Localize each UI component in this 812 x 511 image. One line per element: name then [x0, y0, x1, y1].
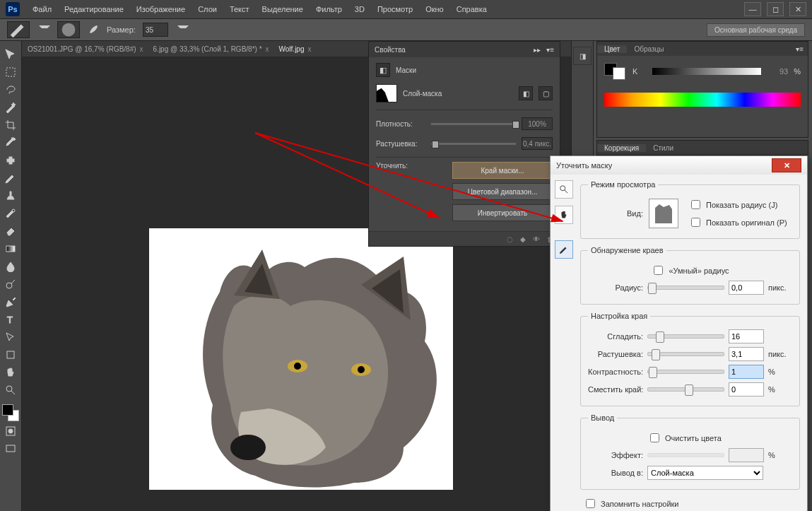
invert-button[interactable]: Инвертировать [452, 204, 553, 221]
menu-edit[interactable]: Редактирование [64, 5, 124, 13]
vector-mask-icon[interactable]: ▢ [539, 86, 553, 100]
hand-tool-icon[interactable] [2, 365, 19, 380]
minimize-icon[interactable]: — [744, 2, 761, 16]
toggle-mask-icon[interactable]: 👁 [533, 235, 540, 243]
smart-radius-checkbox[interactable]: «Умный» радиус [651, 264, 729, 277]
panel-collapse-icon[interactable]: ▸▸ [534, 46, 541, 54]
move-tool-icon[interactable] [2, 47, 19, 62]
tab-close-icon[interactable]: x [266, 45, 269, 53]
document-tab[interactable]: 6.jpg @ 33,3% (Слой 1, RGB/8*) *x [153, 45, 269, 53]
eraser-tool-icon[interactable] [2, 223, 19, 239]
dialog-close-button[interactable]: ✕ [772, 158, 801, 172]
quickmask-icon[interactable] [2, 423, 19, 439]
fgbg-swatch[interactable] [2, 404, 19, 421]
output-to-select[interactable]: Слой-маска [647, 466, 763, 480]
path-select-icon[interactable] [2, 329, 19, 345]
decontaminate-checkbox[interactable]: Очистить цвета [647, 431, 722, 445]
eyedropper-tool-icon[interactable] [2, 135, 19, 151]
radius-input[interactable] [729, 281, 764, 295]
smooth-input[interactable] [729, 329, 764, 343]
document-tab[interactable]: Wolf.jpgx [279, 45, 312, 53]
heal-tool-icon[interactable] [2, 153, 19, 168]
blur-tool-icon[interactable] [2, 259, 19, 274]
wand-tool-icon[interactable] [2, 100, 19, 115]
tab-corrections[interactable]: Коррекция [597, 144, 646, 152]
workspace-button[interactable]: Основная рабочая среда [707, 23, 805, 37]
menu-text[interactable]: Текст [230, 5, 249, 13]
view-mode-legend: Режим просмотра [588, 180, 658, 189]
maximize-icon[interactable]: ◻ [767, 2, 784, 16]
spectrum-bar[interactable] [604, 93, 801, 107]
gradient-tool-icon[interactable] [2, 241, 19, 257]
contrast-input[interactable] [729, 365, 764, 379]
zoom-tool-icon[interactable] [2, 382, 19, 398]
color-range-button[interactable]: Цветовой диапазон... [452, 183, 553, 200]
document-tab[interactable]: OS21001.JPG @ 16,7% (RGB/8#)x [28, 45, 143, 53]
canvas-area[interactable]: OS21001.JPG @ 16,7% (RGB/8#)x 6.jpg @ 33… [22, 41, 571, 511]
tab-color[interactable]: Цвет [597, 45, 627, 53]
hand-tool-icon[interactable] [555, 206, 573, 224]
menu-select[interactable]: Выделение [262, 5, 303, 13]
screenmode-icon[interactable] [2, 441, 19, 457]
menu-filter[interactable]: Фильтр [316, 5, 342, 13]
tool-preset-dropdown[interactable] [39, 25, 50, 34]
apply-mask-icon[interactable]: ◆ [520, 235, 526, 243]
svg-rect-12 [6, 445, 15, 452]
zoom-tool-icon[interactable] [555, 180, 573, 199]
radius-slider[interactable] [647, 286, 724, 290]
feather-value[interactable]: 0,4 пикс. [522, 137, 553, 150]
fgbg-color-icon[interactable] [604, 63, 625, 80]
pen-tool-icon[interactable] [2, 294, 19, 310]
feather-input[interactable] [729, 347, 764, 361]
contrast-slider[interactable] [647, 370, 724, 374]
refine-brush-icon[interactable] [555, 240, 573, 259]
menu-file[interactable]: Файл [33, 5, 52, 13]
panel-menu-icon[interactable]: ▾≡ [792, 45, 808, 53]
mask-edge-button[interactable]: Край маски... [452, 162, 553, 179]
menu-window[interactable]: Окно [425, 5, 444, 13]
shift-edge-input[interactable] [729, 382, 764, 397]
menu-view[interactable]: Просмотр [377, 5, 413, 13]
feather-slider[interactable] [431, 143, 516, 145]
type-tool-icon[interactable]: T [2, 312, 19, 327]
menu-layer[interactable]: Слои [198, 5, 217, 13]
brush-size-input[interactable] [143, 23, 168, 37]
shape-tool-icon[interactable] [2, 347, 19, 363]
feather-slider[interactable] [647, 352, 724, 356]
tab-close-icon[interactable]: x [140, 45, 143, 53]
brush-size-dropdown[interactable] [177, 25, 189, 34]
history-brush-icon[interactable] [2, 206, 19, 221]
remember-settings-checkbox[interactable]: Запомнить настройки [583, 497, 800, 510]
smooth-slider[interactable] [647, 334, 724, 339]
brush-tool-icon[interactable] [2, 170, 19, 186]
shift-edge-slider[interactable] [647, 387, 724, 392]
close-icon[interactable]: ✕ [789, 2, 806, 16]
menu-help[interactable]: Справка [457, 5, 487, 13]
mask-mode-icon[interactable]: ◧ [376, 63, 390, 77]
stamp-tool-icon[interactable] [2, 188, 19, 204]
k-slider[interactable] [652, 68, 761, 75]
density-slider[interactable] [431, 123, 516, 125]
density-value[interactable]: 100% [522, 117, 553, 130]
lasso-tool-icon[interactable] [2, 82, 19, 98]
menu-image[interactable]: Изображение [136, 5, 185, 13]
crop-tool-icon[interactable] [2, 117, 19, 133]
marquee-tool-icon[interactable] [2, 64, 19, 80]
tool-preset-icon[interactable] [7, 21, 30, 38]
tab-styles[interactable]: Стили [646, 144, 681, 152]
brush-preview-icon[interactable] [57, 21, 80, 38]
pixel-mask-icon[interactable]: ◧ [519, 86, 533, 100]
panel-icon[interactable]: ◨ [573, 47, 592, 65]
load-selection-icon[interactable]: ◌ [507, 235, 513, 243]
tab-swatches[interactable]: Образцы [627, 45, 671, 53]
view-thumbnail[interactable] [649, 199, 678, 228]
tab-close-icon[interactable]: x [308, 45, 312, 53]
dodge-tool-icon[interactable] [2, 276, 19, 292]
show-radius-checkbox[interactable]: Показать радиус (J) [688, 198, 787, 211]
panel-menu-icon[interactable]: ▾≡ [546, 46, 554, 54]
brush-panel-icon[interactable] [87, 23, 100, 36]
k-value[interactable]: 93 [767, 67, 788, 76]
menu-3d[interactable]: 3D [355, 5, 365, 13]
mask-thumbnail[interactable] [376, 84, 397, 102]
show-original-checkbox[interactable]: Показать оригинал (P) [688, 216, 787, 229]
